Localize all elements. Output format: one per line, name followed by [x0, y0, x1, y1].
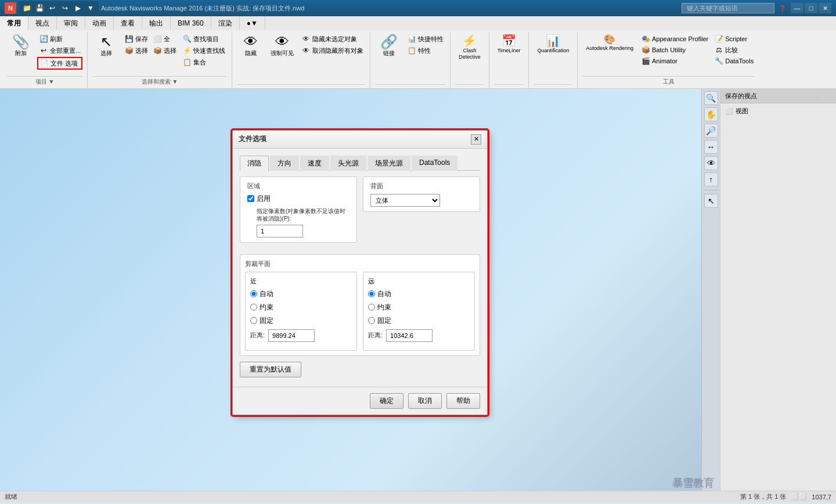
- batch-utility-button[interactable]: 📦 Batch Utility: [639, 45, 710, 55]
- project-group-label[interactable]: 项目 ▼: [7, 76, 82, 87]
- qa-play[interactable]: ▶: [72, 2, 84, 14]
- footer-buttons: 确定 取消 帮助: [240, 393, 480, 409]
- find-items-button[interactable]: 🔍 查找项目: [181, 34, 227, 44]
- select-button[interactable]: ↖ 选择: [92, 34, 120, 58]
- props-button[interactable]: 📋 特性: [405, 45, 445, 56]
- project-label-text: 项目 ▼: [35, 78, 55, 86]
- qa-settings[interactable]: ▼: [85, 2, 96, 14]
- select-group-label[interactable]: 选择和搜索 ▼: [92, 76, 227, 87]
- ok-button[interactable]: 确定: [370, 393, 403, 409]
- area-enabled-checkbox[interactable]: [247, 195, 254, 202]
- tab-speed[interactable]: 速度: [300, 156, 329, 171]
- all-select-button[interactable]: ⬜ 全: [151, 34, 178, 44]
- quick-props-icon: 📊: [407, 34, 416, 44]
- links-buttons: 🔗 链接 📊 快捷特性 📋 特性: [375, 34, 445, 83]
- find-icon: 🔍: [182, 34, 192, 44]
- attach-button[interactable]: 📎 附加: [7, 34, 35, 58]
- qa-save[interactable]: 💾: [34, 2, 45, 14]
- search-input[interactable]: [682, 3, 774, 13]
- autodesk-rendering-button[interactable]: 🎨 Autodesk Rendering: [582, 34, 637, 66]
- file-options-button[interactable]: 📄 文件 选项: [37, 57, 82, 70]
- tab-datatools[interactable]: DataTools: [412, 156, 457, 171]
- tab-review[interactable]: 审阅: [57, 16, 85, 30]
- deselect-obj-button[interactable]: 📦 选择: [151, 45, 178, 56]
- props-label: 特性: [418, 46, 431, 55]
- far-label: 远: [368, 277, 470, 286]
- tab-bim360[interactable]: BIM 360: [171, 16, 211, 30]
- sets-button[interactable]: 📋 集合: [181, 57, 227, 67]
- tab-more[interactable]: ●▼: [240, 16, 265, 30]
- help-dialog-button[interactable]: 帮助: [446, 393, 480, 409]
- pixel-area: 指定像素数(对象像素数不足该值时将被消隐)(P):: [257, 207, 349, 237]
- near-distance-input[interactable]: [268, 329, 315, 342]
- reset-defaults-button[interactable]: 重置为默认值: [240, 362, 301, 377]
- compare-label: 比较: [725, 46, 738, 55]
- near-label: 近: [250, 277, 352, 286]
- qa-undo[interactable]: ↩: [46, 2, 58, 14]
- refresh-button[interactable]: 🔄 刷新: [37, 34, 82, 44]
- help-btn[interactable]: ❓: [778, 3, 787, 13]
- select-label: 选择: [100, 50, 112, 57]
- minimize-button[interactable]: —: [791, 3, 803, 13]
- tab-render[interactable]: 渲染: [211, 16, 240, 30]
- qa-redo[interactable]: ↪: [59, 2, 71, 14]
- far-auto-label: 自动: [377, 289, 391, 299]
- far-auto-radio[interactable]: [368, 290, 375, 297]
- appearance-icon: 🎭: [641, 34, 650, 44]
- tab-output[interactable]: 输出: [142, 16, 171, 30]
- pixel-value-input[interactable]: [257, 225, 303, 237]
- datatools-button[interactable]: 🔧 DataTools: [712, 56, 755, 66]
- clash-detective-button[interactable]: ⚡ ClashDetective: [455, 34, 484, 62]
- tab-headlight[interactable]: 头光源: [330, 156, 366, 171]
- cancel-button[interactable]: 取消: [408, 393, 442, 409]
- reset-all-button[interactable]: ↩ 全部重置...: [37, 45, 82, 56]
- scripter-button[interactable]: 📝 Scripter: [712, 34, 755, 44]
- timeliner-button[interactable]: 📅 TimeLiner: [494, 34, 524, 55]
- qa-open[interactable]: 📁: [21, 2, 33, 14]
- close-button[interactable]: ✕: [819, 3, 831, 13]
- dialog-close-button[interactable]: ✕: [471, 134, 481, 145]
- tab-view[interactable]: 查看: [114, 16, 142, 30]
- status-bar: 就绪 第 1 张，共 1 张 ⬜⬜ 1037,7: [0, 491, 836, 502]
- hide-button[interactable]: 👁 隐藏: [237, 34, 265, 58]
- hide-unselected-button[interactable]: 👁 隐藏未选定对象: [300, 34, 365, 44]
- animator-button[interactable]: 🎬 Animator: [639, 56, 710, 66]
- show-all-button[interactable]: 👁 取消隐藏所有对象: [300, 45, 365, 56]
- near-fixed-radio[interactable]: [250, 317, 257, 324]
- project-buttons: 📎 附加 🔄 刷新 ↩ 全部重置... 📄 文件 选项: [7, 34, 82, 75]
- select-obj-label: 选择: [135, 46, 148, 55]
- far-constrained-radio[interactable]: [368, 304, 375, 311]
- select-obj-button[interactable]: 📦 选择: [122, 45, 150, 56]
- force-visible-button[interactable]: 👁 强制可见: [267, 34, 297, 58]
- appearance-profiler-button[interactable]: 🎭 Appearance Profiler: [639, 34, 710, 44]
- timeliner-icon: 📅: [502, 35, 516, 46]
- sets-label: 集合: [193, 58, 206, 67]
- tab-culling[interactable]: 消隐: [240, 156, 269, 171]
- links-group-label: [375, 84, 445, 87]
- near-auto-radio[interactable]: [250, 290, 257, 297]
- save-select-icon: 💾: [124, 34, 134, 44]
- compare-button[interactable]: ⚖ 比较: [712, 45, 755, 55]
- animator-icon: 🎬: [641, 56, 650, 66]
- tools-group-label[interactable]: 工具: [582, 76, 755, 87]
- tab-common[interactable]: 常用: [0, 16, 28, 30]
- tab-animation[interactable]: 动画: [85, 16, 114, 30]
- far-distance-input[interactable]: [386, 329, 433, 342]
- area-section: 区域 启用 指定像素数(对象像素数不足该值时将被消隐)(P):: [240, 177, 357, 249]
- tab-viewpoint[interactable]: 视点: [28, 16, 57, 30]
- link-button[interactable]: 🔗 链接: [375, 34, 403, 58]
- quick-props-button[interactable]: 📊 快捷特性: [405, 34, 445, 44]
- far-constrained-row: 约束: [368, 303, 470, 312]
- quantification-button[interactable]: 📊 Quantification: [534, 34, 572, 55]
- save-select-button[interactable]: 💾 保存: [122, 34, 150, 44]
- tab-scenelight[interactable]: 场景光源: [367, 156, 410, 171]
- tab-orientation[interactable]: 方向: [270, 156, 299, 171]
- dialog-overlay: 文件选项 ✕ 消隐 方向 速度 头光源 场景光源 DataTools: [0, 89, 836, 491]
- near-constrained-radio[interactable]: [250, 304, 257, 311]
- rendering-label: Autodesk Rendering: [586, 45, 633, 52]
- far-fixed-radio[interactable]: [368, 317, 375, 324]
- back-select[interactable]: 立体 正面 背面: [370, 194, 440, 207]
- select-obj-icon: 📦: [124, 46, 134, 55]
- quick-find-button[interactable]: ⚡ 快速查找线: [181, 45, 227, 56]
- maximize-button[interactable]: □: [805, 3, 817, 13]
